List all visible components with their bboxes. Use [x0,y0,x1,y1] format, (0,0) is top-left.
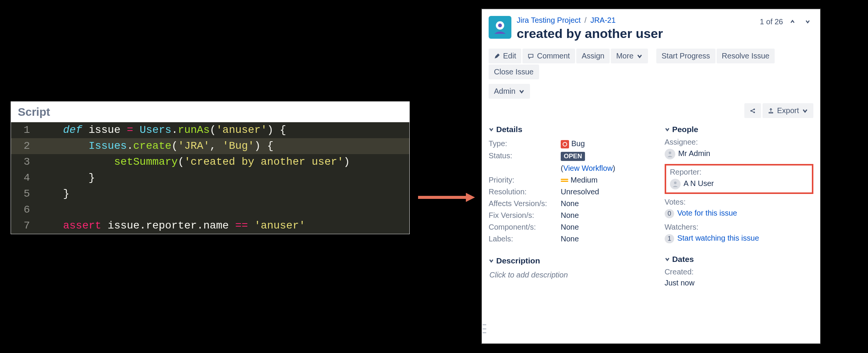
status-label: Status: [489,151,561,161]
pager-next-button[interactable] [802,16,813,27]
fix-value: None [561,211,579,220]
resolution-label: Resolution: [489,188,561,196]
line-number: 3 [11,154,38,170]
created-value: Just now [665,279,813,287]
pager-prev-button[interactable] [787,16,798,27]
assignee-value: Mr Admin [665,149,813,159]
chevron-down-icon [665,257,670,262]
type-label: Type: [489,139,561,148]
resize-grip[interactable] [483,324,486,333]
breadcrumb: Jira Testing Project / JRA-21 [517,16,755,25]
project-link[interactable]: Jira Testing Project [517,16,581,25]
labels-value: None [561,235,579,243]
start-progress-button[interactable]: Start Progress [656,49,715,63]
code-line[interactable]: 5 } [11,186,409,202]
votes-count: 0 [665,209,674,218]
watchers-count: 1 [665,234,674,243]
admin-button[interactable]: Admin [489,84,530,99]
type-value: Bug [561,139,585,148]
line-number: 1 [11,122,38,138]
code-line[interactable]: 6 [11,202,409,218]
reporter-label: Reporter: [670,168,808,176]
chevron-down-icon [489,127,494,132]
code-line[interactable]: 4 } [11,170,409,186]
share-icon [750,108,756,114]
code-line[interactable]: 7 assert issue.reporter.name == 'anuser' [11,218,409,234]
description-placeholder[interactable]: Click to add description [489,269,653,279]
resolve-issue-button[interactable]: Resolve Issue [717,49,775,63]
comment-icon [528,53,534,59]
people-header[interactable]: People [665,125,813,134]
priority-label: Priority: [489,176,561,184]
pencil-icon [494,53,500,59]
code-editor-panel: Script 1 def issue = Users.runAs('anuser… [11,101,410,234]
view-workflow-link[interactable]: View Workflow [563,164,613,172]
code-editor[interactable]: 1 def issue = Users.runAs('anuser') {2 I… [11,122,409,234]
chevron-down-icon [519,88,525,95]
export-icon [768,108,774,114]
reporter-value: A N User [670,179,808,189]
close-issue-button[interactable]: Close Issue [489,65,539,79]
chevron-down-icon [802,108,808,114]
created-label: Created: [665,268,813,276]
svg-point-6 [753,112,755,113]
issue-pager: 1 of 26 [760,16,813,27]
bug-icon [561,140,569,148]
svg-point-7 [668,151,671,154]
affects-label: Affects Version/s: [489,199,561,208]
jira-issue-panel: Jira Testing Project / JRA-21 created by… [481,8,821,344]
avatar [670,179,681,189]
components-label: Component/s: [489,223,561,232]
assign-button[interactable]: Assign [576,49,610,63]
description-header[interactable]: Description [489,256,653,265]
status-badge: OPEN [561,152,585,161]
avatar [665,149,675,159]
vote-link[interactable]: Vote for this issue [677,209,737,217]
labels-label: Labels: [489,235,561,243]
svg-point-3 [498,24,502,27]
votes-label: Votes: [665,198,813,206]
affects-value: None [561,199,579,208]
issue-key-link[interactable]: JRA-21 [590,16,616,25]
dates-header[interactable]: Dates [665,255,813,264]
issue-toolbar: Edit Comment Assign More Start Progress … [489,49,813,99]
chevron-down-icon [665,127,670,132]
assignee-label: Assignee: [665,138,813,147]
details-column: Details Type: Bug Status: OPEN (View Wor… [489,125,653,292]
edit-button[interactable]: Edit [489,49,521,63]
watch-link[interactable]: Start watching this issue [677,234,759,242]
chevron-down-icon [637,53,643,59]
share-button[interactable] [744,103,761,118]
comment-button[interactable]: Comment [522,49,575,63]
arrow-icon [418,193,475,202]
more-button[interactable]: More [611,49,648,63]
line-number: 4 [11,170,38,186]
priority-medium-icon [561,178,568,183]
line-number: 5 [11,186,38,202]
svg-point-8 [674,181,676,184]
line-number: 6 [11,202,38,218]
resolution-value: Unresolved [561,188,599,196]
project-avatar [489,16,511,39]
people-column: People Assignee: Mr Admin Reporter: A N … [665,125,813,292]
reporter-highlight: Reporter: A N User [665,164,813,194]
components-value: None [561,223,579,232]
line-number: 7 [11,218,38,234]
issue-summary: created by another user [517,26,755,41]
chevron-down-icon [489,258,494,263]
pager-text: 1 of 26 [760,17,783,26]
fix-label: Fix Version/s: [489,211,561,220]
svg-marker-1 [466,193,475,202]
details-header[interactable]: Details [489,125,653,134]
line-number: 2 [11,138,38,154]
export-button[interactable]: Export [763,103,813,118]
code-header: Script [11,102,409,122]
priority-value: Medium [561,176,598,184]
code-line[interactable]: 1 def issue = Users.runAs('anuser') { [11,122,409,138]
watchers-label: Watchers: [665,223,813,232]
svg-point-5 [753,109,755,110]
code-line[interactable]: 3 setSummary('created by another user') [11,154,409,170]
code-line[interactable]: 2 Issues.create('JRA', 'Bug') { [11,138,409,154]
